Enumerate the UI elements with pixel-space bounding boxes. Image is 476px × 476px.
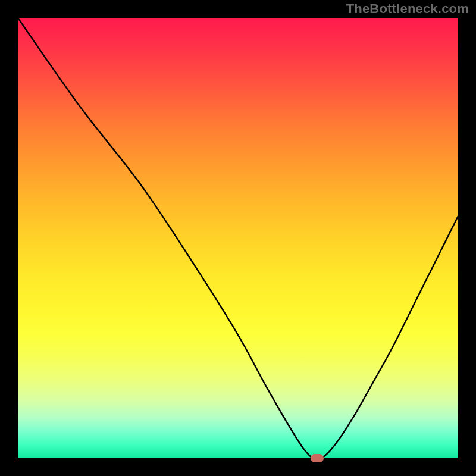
bottleneck-curve — [18, 18, 458, 459]
watermark-text: TheBottleneck.com — [346, 1, 469, 17]
plot-area — [18, 18, 458, 458]
minimum-marker — [311, 454, 324, 462]
chart-frame: TheBottleneck.com — [0, 0, 476, 476]
curve-layer — [18, 18, 458, 458]
